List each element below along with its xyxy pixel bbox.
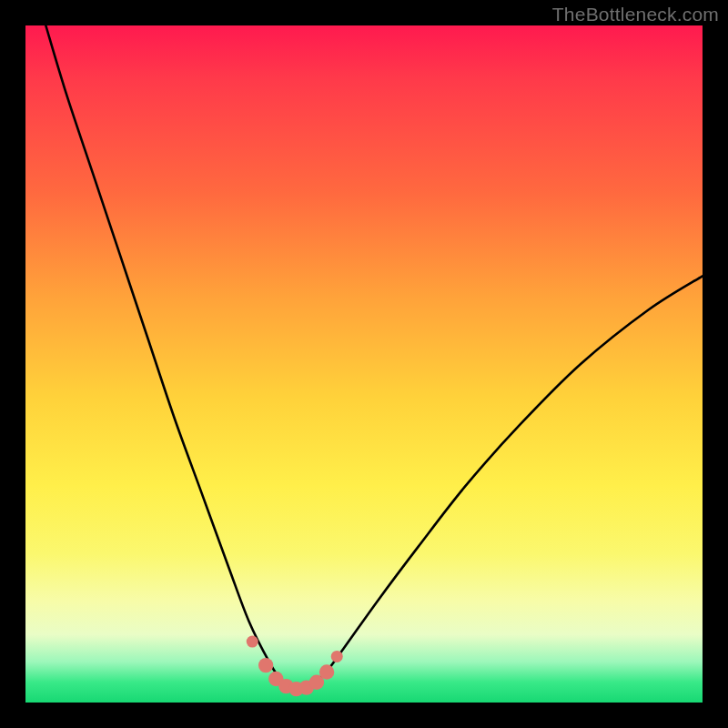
plot-area xyxy=(25,25,703,703)
plateau-marker xyxy=(247,636,258,648)
chart-frame: TheBottleneck.com xyxy=(0,0,728,728)
plateau-marker xyxy=(331,651,343,662)
bottleneck-curve xyxy=(25,25,703,703)
plateau-marker xyxy=(319,664,334,679)
watermark-label: TheBottleneck.com xyxy=(552,4,719,25)
plateau-marker xyxy=(258,658,273,672)
